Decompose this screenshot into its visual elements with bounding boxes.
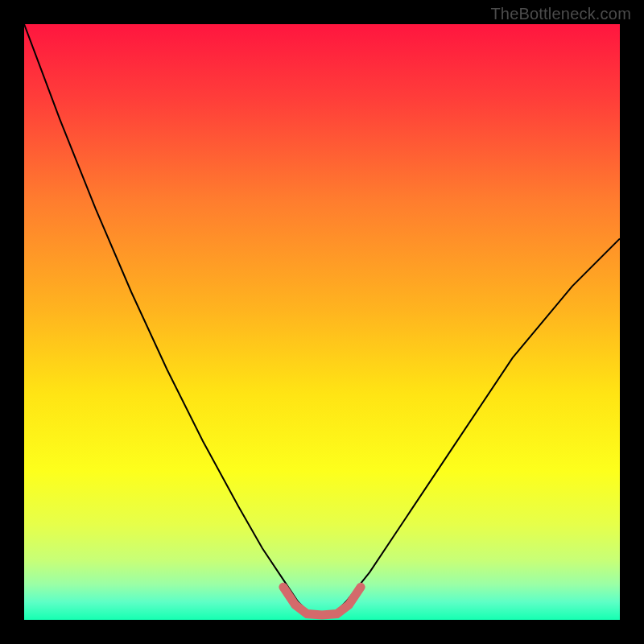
bottleneck-curve [24,24,620,614]
plot-area [24,24,620,620]
curve-layer [24,24,620,620]
watermark-text: TheBottleneck.com [490,5,631,23]
chart-frame: TheBottleneck.com [0,0,644,644]
trough-highlight [283,587,361,615]
